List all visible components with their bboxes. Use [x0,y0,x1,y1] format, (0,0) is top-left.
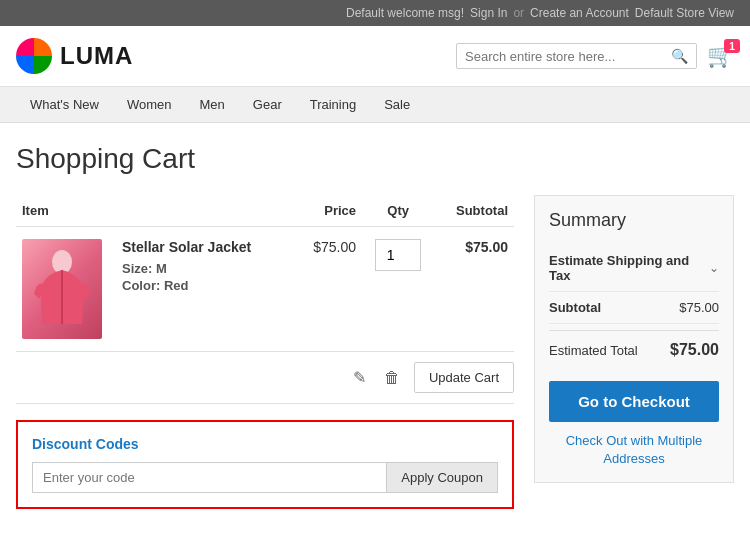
product-qty-cell [362,227,434,352]
search-input[interactable] [465,49,665,64]
header-right: 🔍 🛒 1 [456,43,734,69]
update-cart-button[interactable]: Update Cart [414,362,514,393]
subtotal-row: Subtotal $75.00 [549,292,719,324]
subtotal-value: $75.00 [679,300,719,315]
edit-item-button[interactable]: ✎ [349,364,370,391]
summary-box: Summary Estimate Shipping and Tax ⌄ Subt… [534,195,734,483]
nav-gear[interactable]: Gear [239,87,296,122]
search-box[interactable]: 🔍 [456,43,697,69]
chevron-down-icon: ⌄ [709,261,719,275]
logo-icon [16,38,52,74]
product-info: Stellar Solar Jacket Size: M Color: Red [114,239,288,293]
product-price: $75.00 [294,227,362,352]
total-value: $75.00 [670,341,719,359]
nav-women[interactable]: Women [113,87,186,122]
page-content: Shopping Cart Item Price Qty Subtotal [0,123,750,529]
delete-item-button[interactable]: 🗑 [380,365,404,391]
apply-coupon-button[interactable]: Apply Coupon [387,462,498,493]
cart-badge: 1 [724,39,740,53]
shipping-row[interactable]: Estimate Shipping and Tax ⌄ [549,245,719,292]
discount-form: Apply Coupon [32,462,498,493]
coupon-input[interactable] [32,462,387,493]
total-row: Estimated Total $75.00 [549,330,719,367]
signin-link[interactable]: Sign In [470,6,507,20]
page-title: Shopping Cart [16,143,734,175]
col-subtotal: Subtotal [434,195,514,227]
shipping-label: Estimate Shipping and Tax [549,253,709,283]
product-color: Color: Red [122,278,288,293]
create-account-link[interactable]: Create an Account [530,6,629,20]
logo-text: LUMA [60,42,133,70]
table-row: Stellar Solar Jacket Size: M Color: Red [16,227,514,352]
discount-section: Discount Codes Apply Coupon [16,420,514,509]
cart-area[interactable]: 🛒 1 [707,43,734,69]
nav-whats-new[interactable]: What's New [16,87,113,122]
product-image-svg [32,244,92,334]
product-info-cell: Stellar Solar Jacket Size: M Color: Red [108,227,294,352]
separator: or [513,6,524,20]
product-subtotal: $75.00 [434,227,514,352]
cart-main: Item Price Qty Subtotal [16,195,514,509]
product-size: Size: M [122,261,288,276]
col-qty: Qty [362,195,434,227]
welcome-msg: Default welcome msg! [346,6,464,20]
store-view-link[interactable]: Default Store View [635,6,734,20]
top-bar: Default welcome msg! Sign In or Create a… [0,0,750,26]
qty-input[interactable] [375,239,421,271]
col-price: Price [294,195,362,227]
cart-sidebar: Summary Estimate Shipping and Tax ⌄ Subt… [534,195,734,509]
nav-sale[interactable]: Sale [370,87,424,122]
logo[interactable]: LUMA [16,38,133,74]
action-row: ✎ 🗑 Update Cart [16,352,514,404]
product-name: Stellar Solar Jacket [122,239,288,255]
nav-training[interactable]: Training [296,87,370,122]
cart-table: Item Price Qty Subtotal [16,195,514,352]
nav-men[interactable]: Men [186,87,239,122]
subtotal-label: Subtotal [549,300,601,315]
col-item: Item [16,195,294,227]
search-icon[interactable]: 🔍 [671,48,688,64]
discount-title[interactable]: Discount Codes [32,436,498,452]
summary-title: Summary [549,210,719,231]
product-image [22,239,102,339]
header: LUMA 🔍 🛒 1 [0,26,750,87]
multi-address-link[interactable]: Check Out with Multiple Addresses [549,432,719,468]
navigation: What's New Women Men Gear Training Sale [0,87,750,123]
product-image-cell [16,227,108,352]
total-label: Estimated Total [549,343,638,358]
cart-layout: Item Price Qty Subtotal [16,195,734,509]
checkout-button[interactable]: Go to Checkout [549,381,719,422]
